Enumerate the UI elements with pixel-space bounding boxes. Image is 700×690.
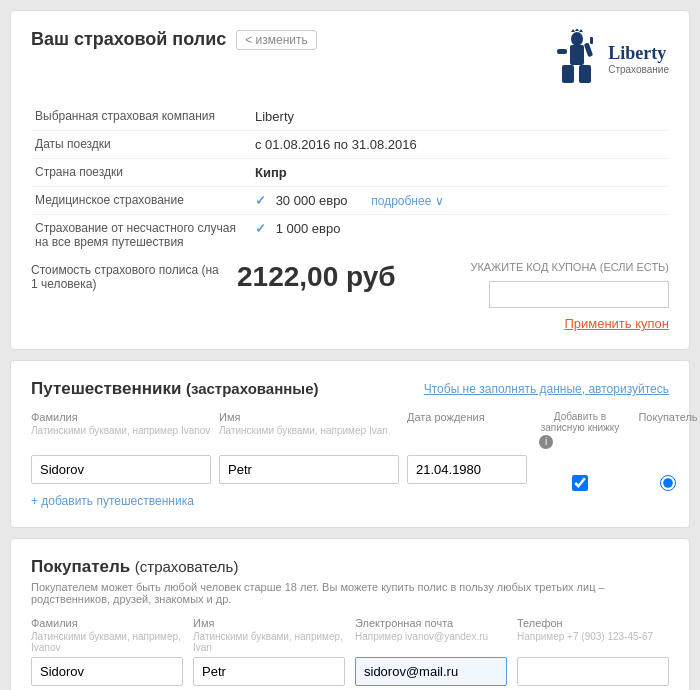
svg-rect-3	[579, 65, 591, 83]
autofill-link[interactable]: Чтобы не заполнять данные, авторизуйтесь	[424, 382, 669, 396]
col-last-name: Фамилия Латинскими буквами, например Iva…	[31, 411, 211, 436]
travelers-card: Путешественники (застрахованные) Чтобы н…	[10, 360, 690, 528]
field-value: ✓ 1 000 евро	[251, 215, 669, 256]
field-label: Страна поездки	[31, 159, 251, 187]
field-label: Выбранная страховая компания	[31, 103, 251, 131]
buyer-card: Покупатель (страхователь) Покупателем мо…	[10, 538, 690, 690]
coupon-area: УКАЖИТЕ КОД КУПОНА (ЕСЛИ ЕСТЬ) Применить…	[470, 261, 669, 331]
field-value: ✓ 30 000 евро подробнее ∨	[251, 187, 669, 215]
svg-rect-5	[584, 42, 593, 57]
travelers-title: Путешественники (застрахованные)	[31, 379, 318, 399]
traveler-last-name-field	[31, 455, 211, 484]
svg-rect-2	[562, 65, 574, 83]
svg-rect-4	[557, 49, 567, 54]
coupon-input[interactable]	[489, 281, 669, 308]
check-icon: ✓	[255, 221, 266, 236]
logo-text-block: Liberty Страхование	[608, 43, 669, 75]
field-label: Медицинское страхование	[31, 187, 251, 215]
buyer-email-input[interactable]	[355, 657, 507, 686]
svg-rect-1	[570, 45, 584, 65]
change-button[interactable]: < изменить	[236, 30, 317, 50]
add-traveler-button[interactable]: добавить путешественника	[31, 494, 194, 508]
traveler-birth-date-field	[407, 455, 527, 484]
traveler-notebook-checkbox-wrapper	[535, 455, 625, 491]
travelers-header: Путешественники (застрахованные) Чтобы н…	[31, 379, 669, 399]
buyer-phone-field	[517, 657, 669, 686]
table-row-accident: Страхование от несчастного случая на все…	[31, 215, 669, 256]
traveler-first-name-input[interactable]	[219, 455, 399, 484]
apply-coupon-button[interactable]: Применить купон	[564, 316, 669, 331]
buyer-email-field	[355, 657, 507, 686]
buyer-last-name-input[interactable]	[31, 657, 183, 686]
buyer-form-row	[31, 657, 669, 686]
traveler-first-name-field	[219, 455, 399, 484]
price-value: 2122,00 руб	[237, 261, 396, 293]
col-notebook: Добавить в записную книжку i	[535, 411, 625, 449]
field-label: Даты поездки	[31, 131, 251, 159]
buyer-columns-header: Фамилия Латинскими буквами, например, Iv…	[31, 617, 669, 653]
col-birth-date: Дата рождения	[407, 411, 527, 423]
buyer-col-first-name: Имя Латинскими буквами, например, Ivan	[193, 617, 345, 653]
traveler-notebook-checkbox[interactable]	[572, 475, 588, 491]
policy-info-table: Выбранная страховая компания Liberty Дат…	[31, 103, 669, 255]
traveler-last-name-input[interactable]	[31, 455, 211, 484]
table-row: Страна поездки Кипр	[31, 159, 669, 187]
buyer-first-name-input[interactable]	[193, 657, 345, 686]
travelers-columns-header: Фамилия Латинскими буквами, например Iva…	[31, 411, 669, 449]
field-value: Кипр	[251, 159, 669, 187]
buyer-col-email: Электронная почта Например ivanov@yandex…	[355, 617, 507, 642]
buyer-col-phone: Телефон Например +7 (903) 123-45-67	[517, 617, 669, 642]
traveler-buyer-radio-wrapper	[633, 455, 700, 491]
svg-marker-9	[579, 29, 583, 32]
field-label: Страхование от несчастного случая на все…	[31, 215, 251, 256]
logo-main-text: Liberty	[608, 43, 669, 64]
col-buyer: Покупатель	[633, 411, 700, 423]
table-row: Выбранная страховая компания Liberty	[31, 103, 669, 131]
detail-link[interactable]: подробнее ∨	[371, 194, 443, 208]
buyer-description: Покупателем может быть любой человек ста…	[31, 581, 669, 605]
policy-card: Ваш страховой полис < изменить	[10, 10, 690, 350]
table-row-medical: Медицинское страхование ✓ 30 000 евро по…	[31, 187, 669, 215]
col-first-name: Имя Латинскими буквами, например Ivan	[219, 411, 399, 436]
svg-rect-6	[590, 37, 593, 44]
traveler-row-0	[31, 455, 669, 491]
traveler-buyer-radio[interactable]	[660, 475, 676, 491]
buyer-title-row: Покупатель (страхователь)	[31, 557, 669, 577]
price-label: Стоимость страхового полиса (на 1 челове…	[31, 263, 221, 291]
policy-title-row: Ваш страховой полис < изменить	[31, 29, 317, 50]
field-value: Liberty	[251, 103, 669, 131]
field-value: с 01.08.2016 по 31.08.2016	[251, 131, 669, 159]
buyer-phone-input[interactable]	[517, 657, 669, 686]
svg-marker-8	[575, 29, 579, 31]
table-row: Даты поездки с 01.08.2016 по 31.08.2016	[31, 131, 669, 159]
notebook-info-icon[interactable]: i	[539, 435, 553, 449]
price-row: Стоимость страхового полиса (на 1 челове…	[31, 261, 669, 331]
liberty-logo-icon	[552, 29, 602, 89]
coupon-label: УКАЖИТЕ КОД КУПОНА (ЕСЛИ ЕСТЬ)	[470, 261, 669, 273]
buyer-first-name-field	[193, 657, 345, 686]
logo-sub-text: Страхование	[608, 64, 669, 75]
policy-title: Ваш страховой полис	[31, 29, 226, 50]
logo-group: Liberty Страхование	[552, 29, 669, 89]
traveler-birth-date-input[interactable]	[407, 455, 527, 484]
price-left: Стоимость страхового полиса (на 1 челове…	[31, 261, 396, 293]
policy-header: Ваш страховой полис < изменить	[31, 29, 669, 89]
buyer-last-name-field	[31, 657, 183, 686]
check-icon: ✓	[255, 193, 266, 208]
buyer-col-last-name: Фамилия Латинскими буквами, например, Iv…	[31, 617, 183, 653]
svg-point-0	[571, 32, 583, 46]
svg-marker-7	[571, 29, 575, 32]
